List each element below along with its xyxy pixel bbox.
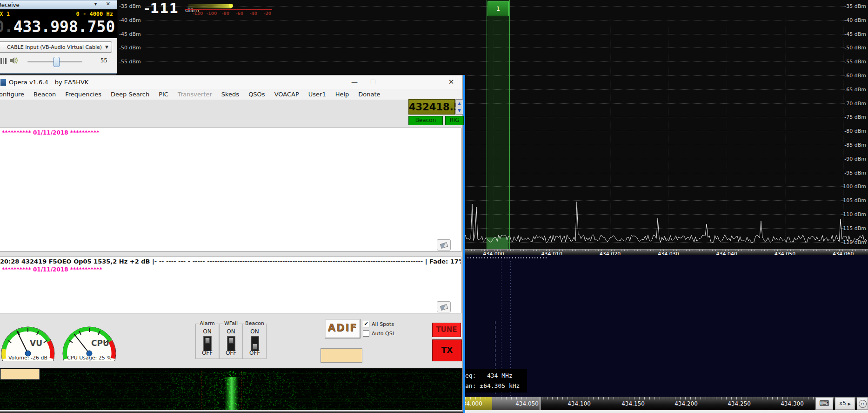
waterfall-frequency-scale[interactable]: 434.000434.050434.100434.150434.200434.2… [465, 397, 868, 410]
scale-frequency-label: 434.050 [515, 400, 539, 407]
on-label: ON [243, 328, 266, 335]
window-edge-accent [463, 75, 465, 413]
right-axis-label: -75 dBm [838, 114, 866, 120]
frequency-spinner[interactable]: ▲ ▼ [455, 99, 463, 115]
right-axis-label: -95 dBm [838, 170, 866, 176]
opera-menubar[interactable]: ConfigureBeaconFrequenciesDeep SearchPIC… [0, 89, 462, 100]
rig-button[interactable]: RIG [445, 116, 464, 125]
rx-channel-label: RX 1 [0, 11, 10, 17]
left-axis-label: -45 dBm [119, 31, 141, 37]
menu-donate[interactable]: Donate [354, 91, 385, 98]
vu-label: VU [30, 339, 42, 348]
audio-device-dropdown[interactable]: CABLE Input (VB-Audio Virtual Cable) ▼ [0, 41, 112, 53]
close-button[interactable]: ✕ [442, 75, 461, 89]
signal-meter-scale-line [185, 9, 272, 10]
receive-window[interactable]: Receive ▾ ✕ RX 1 0 - 4000 Hz 0.433.998.7… [0, 0, 117, 74]
menu-configure[interactable]: Configure [0, 91, 29, 98]
switch-group-label: Beacon [244, 320, 266, 326]
on-label: ON [220, 328, 242, 335]
menu-transverter[interactable]: Transverter [173, 91, 217, 98]
pan-button[interactable]: ↔ [857, 397, 868, 410]
all-spots-checkbox[interactable]: ✔ [363, 321, 369, 327]
clear-log-button[interactable] [437, 239, 451, 251]
tune-button[interactable]: TUNE [432, 323, 461, 337]
channel-badge[interactable]: 1 [487, 1, 509, 16]
right-axis-label: -40 dBm [838, 17, 866, 23]
tooltip-span: an: ±64.305 kHz [465, 382, 520, 389]
auto-qsl-option[interactable]: Auto QSL [363, 330, 395, 337]
beacon-button[interactable]: Beacon [408, 116, 443, 125]
opera-window[interactable]: Opera v1.6.4 by EA5HVK — ☐ ✕ ConfigureBe… [0, 75, 463, 412]
menu-deep-search[interactable]: Deep Search [106, 91, 154, 98]
tx-button[interactable]: TX [432, 339, 462, 361]
meter-tick-label: -40 [250, 11, 257, 16]
log-date-header: ********** 01/11/2018 ********** [0, 128, 461, 136]
wfall-toggle[interactable] [227, 336, 235, 351]
receive-titlebar-buttons[interactable]: ▾ ✕ [94, 1, 114, 7]
menu-voacap[interactable]: VOACAP [270, 91, 304, 98]
right-axis-label: -80 dBm [838, 128, 866, 134]
volume-value: 55 [100, 57, 107, 64]
pan-arrows-icon: ↔ [859, 400, 867, 408]
spinner-down-icon[interactable]: ▼ [456, 107, 463, 115]
rx-range-label: 0 - 4000 Hz [76, 11, 113, 17]
menu-beacon[interactable]: Beacon [29, 91, 60, 98]
all-spots-option[interactable]: ✔ All Spots [363, 321, 394, 327]
switch-group-label: WFall [223, 320, 239, 326]
right-axis-label: -60 dBm [838, 73, 866, 79]
opera-waterfall-canvas [0, 368, 462, 410]
toggle-knob [252, 344, 257, 350]
keyboard-entry-button[interactable]: ⌨ [815, 397, 833, 410]
volume-row: 55 [0, 54, 117, 72]
rx-frequency-dim-digits: 0. [0, 18, 13, 36]
passband-marker-line [241, 371, 241, 410]
opera-waterfall[interactable] [0, 368, 462, 410]
opera-title: Opera v1.6.4 [9, 79, 48, 86]
volume-slider-thumb[interactable] [53, 57, 60, 67]
spinner-up-icon[interactable]: ▲ [456, 100, 463, 107]
zoom-level-label: x5 [839, 400, 846, 406]
opera-titlebar[interactable]: Opera v1.6.4 by EA5HVK — ☐ ✕ [0, 75, 462, 89]
scale-frequency-label: 434.200 [674, 400, 698, 407]
minimize-button[interactable]: — [345, 75, 364, 89]
menu-help[interactable]: Help [331, 91, 354, 98]
equalizer-icon[interactable] [0, 58, 7, 64]
meter-tick-label: -120 [193, 11, 203, 16]
adif-button[interactable]: ADIF [325, 319, 361, 339]
receive-titlebar[interactable]: Receive ▾ ✕ [0, 0, 117, 9]
scale-frequency-label: 434.300 [781, 400, 804, 407]
auto-qsl-checkbox[interactable] [363, 330, 369, 337]
cpu-gauge: CPU CPU Usage: 25 % [59, 316, 120, 361]
right-axis-label: -90 dBm [838, 156, 866, 162]
menu-frequencies[interactable]: Frequencies [60, 91, 106, 98]
beacon-toggle[interactable] [251, 336, 259, 351]
left-axis-label: -40 dBm [119, 17, 141, 23]
alarm-toggle[interactable] [203, 336, 211, 351]
meter-tick-label: -60 [236, 11, 243, 16]
zoom-x5-button[interactable]: x5▶ [835, 397, 855, 410]
dial-frequency-field[interactable]: 432418.5 [408, 99, 455, 115]
all-spots-label: All Spots [372, 321, 394, 327]
rx-frequency-display[interactable]: 0.433.998.750 [0, 18, 115, 36]
menu-qsos[interactable]: QSOs [244, 91, 270, 98]
menu-user1[interactable]: User1 [304, 91, 331, 98]
audio-device-value: CABLE Input (VB-Audio Virtual Cable) [7, 44, 102, 50]
menu-skeds[interactable]: Skeds [217, 91, 244, 98]
speaker-icon[interactable] [10, 57, 18, 64]
switch-group-label: Alarm [198, 320, 216, 326]
beacon-log-panel[interactable]: ********** 01/11/2018 ********** [0, 128, 461, 252]
message-field[interactable] [320, 348, 362, 363]
decode-log-panel[interactable]: 20:28 432419 F5OEO Op05 1535,2 Hz +2 dB … [0, 257, 461, 313]
dropdown-arrow-icon: ▼ [105, 45, 108, 49]
meter-tick-label: -80 [222, 11, 229, 16]
alarm-switch-group: AlarmONOFF [195, 324, 219, 359]
clear-decode-button[interactable] [437, 301, 451, 312]
status-field[interactable] [0, 369, 40, 379]
passband-marker-line [201, 371, 201, 410]
tooltip-freq: eq: 434 MHz [465, 372, 513, 379]
maximize-button[interactable]: ☐ [364, 75, 382, 89]
right-axis-label: -70 dBm [838, 101, 866, 107]
menu-pic[interactable]: PIC [154, 91, 173, 98]
opera-app-icon [0, 79, 6, 86]
frequency-tooltip: eq: 434 MHz an: ±64.305 kHz [465, 369, 527, 393]
